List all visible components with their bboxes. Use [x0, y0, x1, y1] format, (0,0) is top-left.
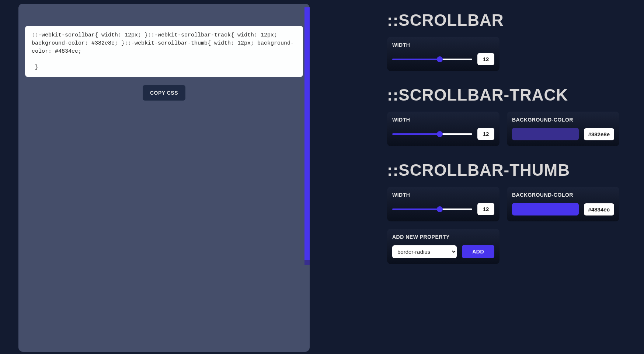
- thumb-width-value: 12: [477, 203, 494, 215]
- copy-css-button[interactable]: COPY CSS: [143, 85, 185, 101]
- scrollbar-width-label: WIDTH: [392, 42, 494, 48]
- track-bg-swatch[interactable]: [512, 128, 579, 140]
- track-width-card: WIDTH 12: [387, 112, 499, 146]
- scrollbar-width-slider[interactable]: [392, 59, 472, 60]
- preview-panel: ::-webkit-scrollbar{ width: 12px; }::-we…: [0, 0, 328, 354]
- track-bg-value: #382e8e: [584, 128, 614, 140]
- thumb-bg-label: BACKGROUND-COLOR: [512, 192, 614, 198]
- css-output: ::-webkit-scrollbar{ width: 12px; }::-we…: [25, 26, 303, 77]
- track-width-slider[interactable]: [392, 133, 472, 135]
- controls-panel: ::SCROLLBAR WIDTH 12 ::SCROLLBAR-TRACK W…: [328, 0, 644, 354]
- thumb-bg-value: #4834ec: [584, 203, 614, 215]
- thumb-width-label: WIDTH: [392, 192, 494, 198]
- preview-container: ::-webkit-scrollbar{ width: 12px; }::-we…: [18, 4, 310, 352]
- thumb-add-label: ADD NEW PROPERTY: [392, 234, 494, 240]
- thumb-bg-swatch[interactable]: [512, 203, 579, 215]
- thumb-heading: ::SCROLLBAR-THUMB: [387, 161, 629, 179]
- scrollbar-width-card: WIDTH 12: [387, 37, 499, 71]
- thumb-add-button[interactable]: ADD: [462, 245, 494, 258]
- thumb-width-slider[interactable]: [392, 208, 472, 210]
- scrollbar-heading: ::SCROLLBAR: [387, 11, 629, 29]
- preview-scrollbar-thumb: [304, 7, 310, 260]
- scrollbar-section: ::SCROLLBAR WIDTH 12: [387, 11, 629, 71]
- track-width-value: 12: [477, 128, 494, 140]
- scrollbar-width-value: 12: [477, 53, 494, 65]
- scrollbar-track-section: ::SCROLLBAR-TRACK WIDTH 12 BACKGROUND-CO…: [387, 86, 629, 146]
- thumb-bg-card: BACKGROUND-COLOR #4834ec: [507, 187, 619, 221]
- thumb-add-property-card: ADD NEW PROPERTY border-radius ADD: [387, 229, 499, 264]
- track-width-label: WIDTH: [392, 117, 494, 123]
- scrollbar-thumb-section: ::SCROLLBAR-THUMB WIDTH 12 BACKGROUND-CO…: [387, 161, 629, 264]
- thumb-width-card: WIDTH 12: [387, 187, 499, 221]
- track-bg-card: BACKGROUND-COLOR #382e8e: [507, 112, 619, 146]
- track-bg-label: BACKGROUND-COLOR: [512, 117, 614, 123]
- track-heading: ::SCROLLBAR-TRACK: [387, 86, 629, 104]
- thumb-add-property-select[interactable]: border-radius: [392, 245, 457, 258]
- preview-scrollbar-track: [304, 7, 310, 265]
